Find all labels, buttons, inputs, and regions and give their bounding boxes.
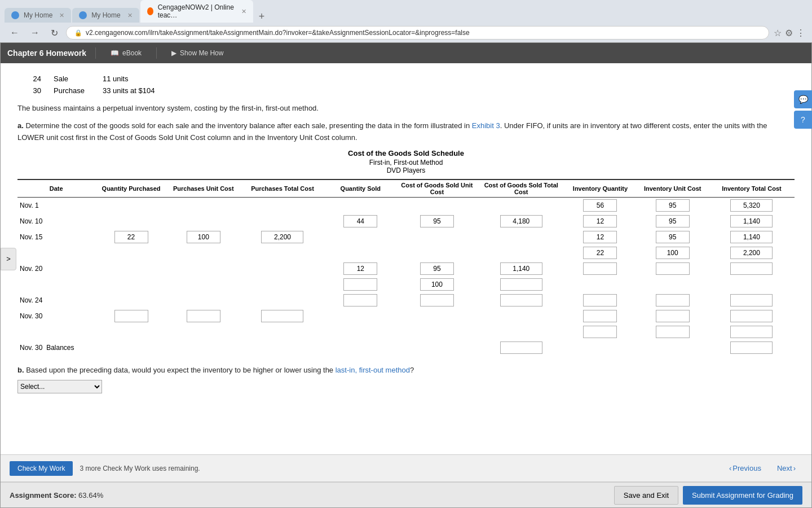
nov20-cogs-unit-2[interactable] — [396, 277, 479, 292]
nov1-inv-total[interactable] — [709, 198, 795, 214]
input-nov20-inv-total-1[interactable] — [730, 262, 773, 275]
nov30-qty-purchased[interactable] — [95, 308, 167, 324]
input-nov20-inv-unit-1[interactable] — [656, 262, 690, 275]
input-nov30-inv-total-2[interactable] — [730, 326, 773, 338]
nov30-inv-unit-2[interactable] — [637, 324, 709, 340]
input-nov15-inv-qty-1[interactable] — [583, 231, 617, 243]
nov15-inv-total-2[interactable] — [709, 245, 795, 261]
input-nov24-inv-total[interactable] — [730, 294, 773, 306]
nov15-pur-unit[interactable] — [167, 229, 240, 245]
url-box[interactable]: 🔒 v2.cengagenow.com/ilrn/takeAssignment/… — [66, 26, 769, 40]
nov10-inv-total[interactable] — [709, 213, 795, 229]
input-bal-cogs-total[interactable] — [500, 341, 542, 354]
nov20-inv-total-1[interactable] — [709, 261, 795, 277]
save-exit-button[interactable]: Save and Exit — [614, 486, 678, 505]
nov30-inv-total-1[interactable] — [709, 308, 795, 324]
input-nov24-cogs-total[interactable] — [500, 294, 542, 306]
input-nov24-inv-qty[interactable] — [583, 294, 617, 306]
input-nov10-qty-sold[interactable] — [343, 215, 377, 227]
nov24-cogs-total[interactable] — [478, 292, 564, 308]
input-nov10-cogs-total[interactable] — [500, 215, 542, 227]
nov15-inv-qty-2[interactable] — [564, 245, 636, 261]
lifo-link[interactable]: last-in, first-out method — [336, 366, 410, 374]
input-nov30-inv-qty-1[interactable] — [583, 310, 617, 322]
input-nov20-inv-qty-1[interactable] — [583, 262, 617, 275]
back-button[interactable]: ← — [7, 27, 23, 39]
nov15-inv-total-1[interactable] — [709, 229, 795, 245]
input-nov1-inv-qty[interactable] — [583, 199, 617, 212]
tab-close-2[interactable]: ✕ — [127, 12, 133, 19]
tab-close-1[interactable]: ✕ — [59, 12, 64, 19]
nov20-cogs-total-1[interactable] — [478, 261, 564, 277]
new-tab-button[interactable]: + — [254, 11, 270, 23]
input-nov24-inv-unit[interactable] — [656, 294, 690, 306]
menu-button[interactable]: ⋮ — [796, 28, 805, 38]
nov1-inv-qty[interactable] — [564, 198, 636, 214]
nov30-pur-unit[interactable] — [167, 308, 240, 324]
nov20-cogs-unit-1[interactable] — [396, 261, 479, 277]
input-nov15-inv-total-1[interactable] — [730, 231, 773, 243]
input-nov30-inv-unit-1[interactable] — [656, 310, 690, 322]
nov24-inv-qty[interactable] — [564, 292, 636, 308]
input-nov10-inv-total[interactable] — [730, 215, 773, 227]
input-nov30-inv-unit-2[interactable] — [656, 326, 690, 338]
nov30-inv-unit-1[interactable] — [637, 308, 709, 324]
input-nov30-inv-qty-2[interactable] — [583, 326, 617, 338]
nov15-pur-total[interactable] — [240, 229, 325, 245]
input-nov15-pur-total[interactable] — [261, 231, 303, 243]
lifo-dropdown[interactable]: Select... Higher Lower — [17, 380, 102, 393]
ebook-button[interactable]: 📖 eBook — [105, 47, 147, 59]
nov15-qty-purchased[interactable] — [95, 229, 167, 245]
input-nov1-inv-unit[interactable] — [656, 199, 690, 212]
input-nov24-cogs-unit[interactable] — [420, 294, 454, 306]
nov30-inv-qty-2[interactable] — [564, 324, 636, 340]
nov30-inv-qty-1[interactable] — [564, 308, 636, 324]
nov24-qty-sold[interactable] — [325, 292, 396, 308]
input-nov20-qty-sold-2[interactable] — [343, 278, 377, 291]
input-nov15-inv-unit-2[interactable] — [656, 247, 690, 259]
show-me-how-button[interactable]: ▶ Show Me How — [166, 47, 229, 59]
nov10-cogs-unit[interactable] — [396, 213, 479, 229]
input-nov20-cogs-unit-2[interactable] — [420, 278, 454, 291]
nov20-qty-sold-2[interactable] — [325, 277, 396, 292]
bal-inv-total[interactable] — [709, 340, 795, 356]
nov10-inv-unit[interactable] — [637, 213, 709, 229]
nov24-inv-total[interactable] — [709, 292, 795, 308]
nov10-inv-qty[interactable] — [564, 213, 636, 229]
nov20-inv-unit-1[interactable] — [637, 261, 709, 277]
nov15-inv-unit-1[interactable] — [637, 229, 709, 245]
input-nov20-qty-sold-1[interactable] — [343, 262, 377, 275]
nov24-cogs-unit[interactable] — [396, 292, 479, 308]
nov15-inv-unit-2[interactable] — [637, 245, 709, 261]
input-nov15-inv-qty-2[interactable] — [583, 247, 617, 259]
input-nov20-cogs-total-2[interactable] — [500, 278, 542, 291]
input-nov10-inv-unit[interactable] — [656, 215, 690, 227]
tab-cengage[interactable]: CengageNOWv2 | Online teac… ✕ — [140, 0, 253, 23]
bal-cogs-total[interactable] — [478, 340, 564, 356]
tab-my-home-2[interactable]: My Home ✕ — [72, 8, 139, 23]
side-toggle[interactable]: > — [1, 248, 16, 270]
input-nov24-qty-sold[interactable] — [343, 294, 377, 306]
input-nov1-inv-total[interactable] — [730, 199, 773, 212]
input-nov30-inv-total-1[interactable] — [730, 310, 773, 322]
nov15-inv-qty-1[interactable] — [564, 229, 636, 245]
input-nov15-inv-unit-1[interactable] — [656, 231, 690, 243]
nov20-cogs-total-2[interactable] — [478, 277, 564, 292]
exhibit-link[interactable]: Exhibit 3 — [472, 121, 500, 130]
nov20-qty-sold-1[interactable] — [325, 261, 396, 277]
bookmark-button[interactable]: ☆ — [774, 28, 782, 38]
tab-close-3[interactable]: ✕ — [241, 8, 246, 15]
nov10-qty-sold[interactable] — [325, 213, 396, 229]
previous-button[interactable]: ‹ Previous — [722, 461, 768, 476]
input-nov15-qty-purchased[interactable] — [114, 231, 148, 243]
input-bal-inv-total[interactable] — [730, 341, 773, 354]
next-button[interactable]: Next › — [770, 461, 802, 476]
reload-button[interactable]: ↻ — [47, 27, 61, 40]
nov30-inv-total-2[interactable] — [709, 324, 795, 340]
forward-button[interactable]: → — [27, 27, 43, 39]
input-nov10-inv-qty[interactable] — [583, 215, 617, 227]
nov20-inv-qty-1[interactable] — [564, 261, 636, 277]
input-nov15-inv-total-2[interactable] — [730, 247, 773, 259]
nov24-inv-unit[interactable] — [637, 292, 709, 308]
extensions-button[interactable]: ⚙ — [785, 28, 793, 38]
